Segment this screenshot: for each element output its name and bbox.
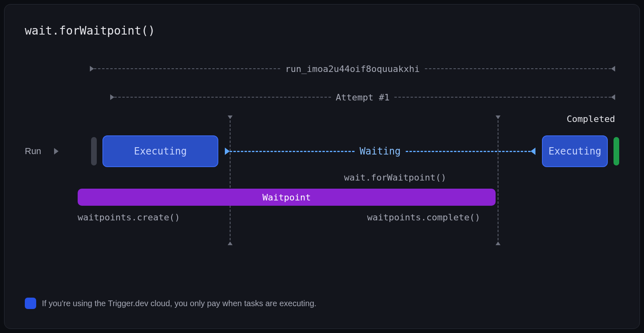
start-marker (91, 137, 97, 165)
completed-label: Completed (567, 114, 615, 124)
span-line (94, 68, 280, 69)
waitpoints-create-label: waitpoints.create() (78, 212, 180, 222)
span-line (394, 97, 611, 98)
waitpoint-method-label: wait.forWaitpoint() (252, 172, 538, 183)
attempt-label: Attempt #1 (331, 92, 394, 102)
waiting-line (406, 151, 531, 152)
info-icon (25, 298, 36, 309)
stage-executing: Executing (542, 135, 608, 167)
chevron-right-icon (90, 66, 94, 72)
chevron-left-icon (531, 148, 535, 155)
play-icon (54, 148, 59, 155)
page-title: wait.forWaitpoint() (25, 24, 619, 37)
timeline-diagram: run_imoa2u44oif8oquuakxhi Attempt #1 Com… (25, 62, 619, 265)
chevron-right-icon (225, 148, 230, 155)
footer-note: If you're using the Trigger.dev cloud, y… (25, 298, 316, 309)
waiting-line (230, 151, 355, 152)
chevron-left-icon (611, 66, 615, 72)
run-row: Run Executing Waiting Executing (25, 135, 619, 168)
chevron-right-icon (110, 94, 114, 100)
stage-waiting-span: Waiting (225, 146, 535, 157)
waitpoints-complete-label: waitpoints.complete() (367, 212, 480, 222)
diagram-panel: wait.forWaitpoint() run_imoa2u44oif8oquu… (4, 4, 640, 329)
completed-marker (614, 137, 619, 165)
span-line (114, 97, 331, 98)
stage-executing: Executing (102, 135, 218, 167)
waitpoint-bar: Waitpoint (78, 189, 496, 206)
footer-note-text: If you're using the Trigger.dev cloud, y… (42, 299, 316, 308)
chevron-left-icon (611, 94, 615, 100)
run-row-label: Run (25, 146, 49, 157)
span-attempt: Attempt #1 (110, 91, 615, 103)
run-id-label: run_imoa2u44oif8oquuakxhi (280, 64, 424, 74)
span-line (425, 68, 611, 69)
span-run: run_imoa2u44oif8oquuakxhi (90, 63, 615, 75)
waiting-label: Waiting (355, 146, 405, 157)
